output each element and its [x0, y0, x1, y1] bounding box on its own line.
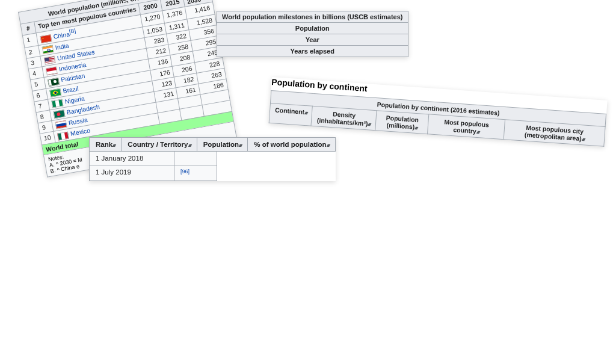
flag-icon [44, 56, 56, 65]
country-link[interactable]: Mexico [70, 127, 91, 138]
country-link[interactable]: China [53, 30, 70, 40]
flag-icon [42, 45, 54, 54]
flag-icon [57, 131, 69, 140]
h-cpop[interactable]: Population (millions) [375, 111, 429, 134]
ms-elapsed-label: Years elapsed [217, 46, 408, 57]
country-link[interactable]: Nigeria [64, 94, 85, 105]
h-country[interactable]: Country / Territory [122, 138, 197, 152]
h-pop[interactable]: Population [197, 138, 248, 152]
milestones-caption: World population milestones in billions … [217, 11, 408, 23]
ms-year-label: Year [217, 34, 408, 46]
h-rank[interactable]: Rank [90, 138, 122, 152]
extra-date-a: 1 January 2018 [90, 152, 174, 165]
milestones-table: World population milestones in billions … [217, 11, 408, 57]
h-density[interactable]: Density (inhabitants/km²) [311, 106, 377, 130]
flag-icon [46, 67, 58, 76]
flag-icon [53, 110, 65, 119]
rank-table: Rank Country / Territory Population % of… [89, 137, 336, 181]
flag-icon [48, 78, 60, 87]
country-link[interactable]: India [55, 42, 70, 51]
country-link[interactable]: Brazil [62, 84, 79, 94]
h-pct[interactable]: % of world population [248, 138, 335, 152]
extra-ref[interactable]: [96] [174, 165, 217, 181]
country-link[interactable]: Russia [68, 116, 88, 126]
flag-icon [51, 99, 63, 108]
flag-icon [40, 34, 52, 43]
extra-date-b: 1 July 2019 [90, 165, 174, 181]
flag-icon [55, 120, 67, 129]
continent-section: Population by continent Population by co… [269, 77, 608, 147]
flag-icon [49, 88, 61, 97]
h-cont[interactable]: Continent [269, 103, 312, 126]
ms-pop-label: Population [217, 23, 408, 34]
